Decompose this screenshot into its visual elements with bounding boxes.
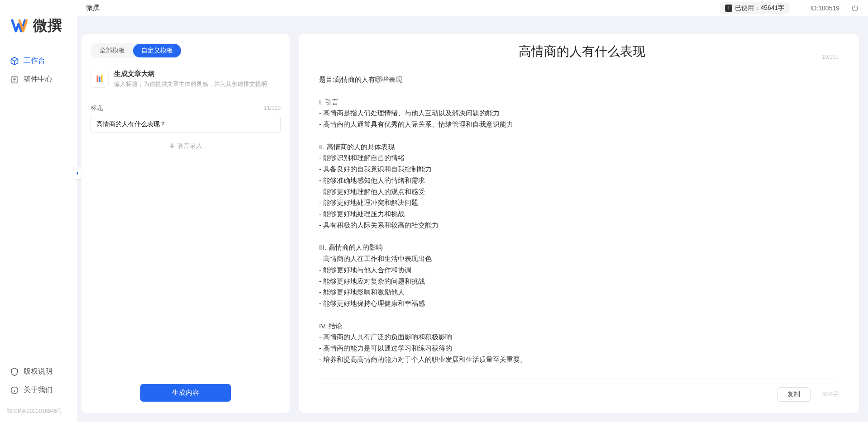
shield-icon <box>10 367 19 376</box>
tab-all-templates[interactable]: 全部模板 <box>91 44 133 57</box>
nav-label: 工作台 <box>24 56 45 66</box>
template-icon <box>91 70 109 88</box>
title-field-label: 标题 <box>91 104 103 112</box>
copy-button[interactable]: 复制 <box>777 387 811 402</box>
title-field-group: 标题 11/100 <box>91 104 281 133</box>
topbar: 微撰 T 已使用：45641字 ID:100519 <box>77 0 868 16</box>
usage-text: 已使用：45641字 <box>735 4 784 12</box>
result-body[interactable]: 题目:高情商的人有哪些表现 I. 引言 - 高情商是指人们处理情绪、与他人互动以… <box>319 74 839 379</box>
generate-button[interactable]: 生成内容 <box>140 384 231 402</box>
result-footer: 复制 404字 <box>319 379 839 402</box>
tab-custom-templates[interactable]: 自定义模板 <box>133 44 181 57</box>
result-title: 高情商的人有什么表现 <box>319 43 844 60</box>
text-icon: T <box>725 5 732 12</box>
sidebar-collapse-toggle[interactable] <box>73 167 81 179</box>
voice-input-label: 语音录入 <box>177 142 202 150</box>
logo-text: 微撰 <box>33 16 62 36</box>
sidebar: 微撰 工作台 稿件中心 <box>0 0 77 422</box>
template-description: 输入标题，为你提供文章主体的灵感，并为其创建推文提纲 <box>114 80 281 88</box>
nav-label: 稿件中心 <box>24 75 52 84</box>
voice-input-button[interactable]: 语音录入 <box>91 142 281 150</box>
cube-icon <box>10 57 19 66</box>
icp-footer[interactable]: 鄂ICP备2022016946号 <box>0 404 77 422</box>
result-panel: 高情商的人有什么表现 10/100 题目:高情商的人有哪些表现 I. 引言 - … <box>299 34 859 413</box>
content: 全部模板 自定义模板 生成文章大纲 输入标题，为你提供文章主体的灵感，并为其创建… <box>77 16 868 422</box>
result-header: 高情商的人有什么表现 10/100 <box>319 43 839 65</box>
nav-about[interactable]: 关于我们 <box>5 381 72 399</box>
doc-icon <box>10 75 19 84</box>
title-field-counter: 11/100 <box>264 105 281 111</box>
sidebar-nav: 工作台 稿件中心 <box>0 52 77 358</box>
mic-icon <box>169 143 175 149</box>
sidebar-bottom: 版权说明 关于我们 <box>0 358 77 404</box>
usage-badge[interactable]: T 已使用：45641字 <box>720 2 790 14</box>
info-icon <box>10 386 19 395</box>
page-title: 微撰 <box>86 4 100 12</box>
config-panel: 全部模板 自定义模板 生成文章大纲 输入标题，为你提供文章主体的灵感，并为其创建… <box>81 34 290 413</box>
nav-copyright[interactable]: 版权说明 <box>5 362 72 381</box>
template-title: 生成文章大纲 <box>114 70 281 78</box>
nav-drafts[interactable]: 稿件中心 <box>5 70 72 89</box>
template-card: 生成文章大纲 输入标题，为你提供文章主体的灵感，并为其创建推文提纲 <box>91 70 281 88</box>
title-input[interactable] <box>91 116 281 133</box>
nav-label: 关于我们 <box>24 385 52 395</box>
power-icon[interactable] <box>851 4 859 12</box>
result-title-counter: 10/100 <box>822 54 839 60</box>
nav-workspace[interactable]: 工作台 <box>5 52 72 70</box>
template-tabs: 全部模板 自定义模板 <box>91 43 182 58</box>
svg-rect-2 <box>171 144 173 147</box>
logo-icon <box>11 17 29 35</box>
nav-label: 版权说明 <box>24 367 52 376</box>
main: 微撰 T 已使用：45641字 ID:100519 全部模板 自定义模板 <box>77 0 868 422</box>
chevron-left-icon <box>74 170 81 176</box>
app-logo[interactable]: 微撰 <box>0 0 77 52</box>
user-id: ID:100519 <box>810 5 839 12</box>
char-count: 404字 <box>822 390 839 398</box>
